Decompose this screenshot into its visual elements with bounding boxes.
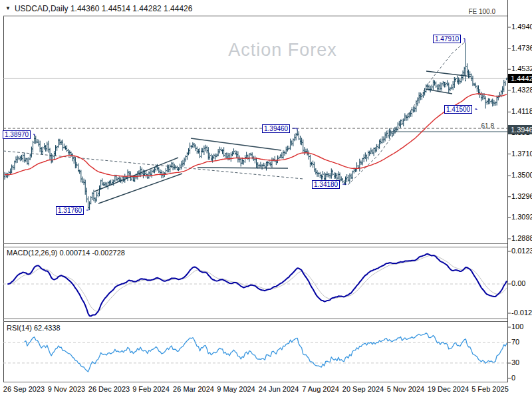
price-axis-label: 1.49400 (511, 23, 532, 31)
solid-trendline (198, 168, 288, 168)
price-annotation-box[interactable]: 1.39460 (262, 124, 290, 133)
price-annotation-box[interactable]: 1.34180 (312, 180, 340, 189)
annotation-connectors (33, 39, 477, 210)
rsi-axis-label: 0 (511, 374, 515, 382)
macd-indicator-label: MACD(12,26,9) 0.000714 -0.002728 (7, 249, 125, 257)
rsi-line (25, 333, 507, 372)
rsi-axis-label: 100 (511, 323, 523, 331)
dashed-trendlines[interactable] (3, 43, 464, 185)
chart-frame (3, 0, 508, 382)
solid-trendlines[interactable] (94, 71, 471, 203)
price-axis-label: 1.45320 (511, 65, 532, 72)
ohlc-bars (5, 43, 507, 210)
chart-title-ohlc: USDCAD,Daily 1.44360 1.44514 1.44282 1.4… (15, 4, 193, 13)
ema-55-line (5, 94, 507, 176)
macd-main-line (7, 254, 507, 317)
price-axis-label: 1.30920 (511, 213, 532, 221)
price-annotation-box[interactable]: 1.47910 (433, 35, 461, 43)
price-annotation-box[interactable]: 1.31760 (56, 206, 84, 215)
chart-window: ▼ USDCAD,Daily 1.44360 1.44514 1.44282 1… (0, 0, 532, 399)
date-axis-label: 5 Feb 2025 (460, 385, 520, 393)
solid-trendline (98, 174, 182, 203)
price-axis-label: 1.37100 (511, 150, 532, 158)
rsi-axis-label: 30 (511, 358, 519, 366)
price-annotation-box[interactable]: 1.41500 (444, 105, 472, 114)
macd-signal-line (7, 255, 507, 311)
macd-axis-label: 0.012375 (511, 247, 532, 255)
dashed-trendline (3, 151, 303, 179)
price-axis-label: 1.43280 (511, 86, 532, 94)
rsi-indicator-label: RSI(14) 62.4338 (7, 324, 61, 332)
macd-axis-label: 0.00 (511, 279, 525, 287)
symbol-dropdown-icon[interactable]: ▼ (5, 5, 11, 13)
level-lines (3, 16, 507, 132)
fib-level-axis-tag: 1.39460 (508, 125, 532, 134)
fe-100-label[interactable]: FE 100.0 (468, 8, 495, 15)
rsi-axis-label: 70 (511, 338, 519, 346)
price-axis-label: 1.47360 (511, 44, 532, 52)
price-axis-label: 1.41180 (511, 107, 532, 115)
price-axis-label: 1.28880 (511, 234, 532, 242)
price-axis-label: 1.35000 (511, 171, 532, 179)
title-row: ▼ USDCAD,Daily 1.44360 1.44514 1.44282 1… (5, 4, 192, 13)
current-price-axis-tag: 1.44426 (508, 74, 532, 83)
price-axis-label: 1.32960 (511, 192, 532, 200)
price-annotation-box[interactable]: 1.38970 (3, 130, 31, 139)
macd-axis-label: -0.012367 (511, 309, 532, 317)
dashed-trendline (348, 43, 464, 185)
chart-canvas[interactable] (0, 0, 532, 399)
fib-61-8-label[interactable]: 61.8 (481, 122, 494, 130)
